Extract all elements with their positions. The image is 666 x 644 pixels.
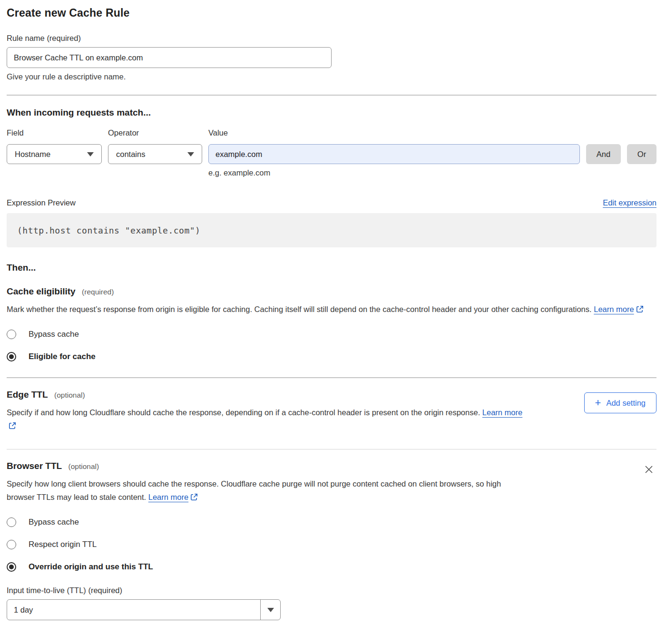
ttl-select-arrow-button[interactable]	[260, 600, 280, 620]
radio-browser-bypass-cache[interactable]: Bypass cache	[7, 517, 79, 527]
value-help: e.g. example.com	[208, 168, 580, 177]
radio-label: Eligible for cache	[29, 352, 96, 361]
ttl-select-value: 1 day	[7, 600, 260, 620]
field-label: Field	[7, 128, 102, 137]
rule-name-help: Give your rule a descriptive name.	[7, 72, 656, 81]
operator-label: Operator	[108, 128, 202, 137]
edit-expression-link[interactable]: Edit expression	[603, 198, 656, 207]
match-row: Field Operator Value Hostname contains A…	[7, 128, 656, 177]
chevron-down-icon	[267, 608, 274, 612]
radio-icon	[7, 352, 16, 361]
radio-label: Respect origin TTL	[29, 540, 97, 549]
learn-more-label: Learn more	[148, 493, 188, 501]
match-heading: When incoming requests match...	[7, 107, 656, 118]
chevron-down-icon	[87, 152, 94, 156]
cache-eligibility-learn-more-link[interactable]: Learn more	[594, 305, 643, 313]
field-select[interactable]: Hostname	[7, 144, 102, 164]
rule-name-label: Rule name (required)	[7, 34, 656, 43]
create-cache-rule-form: Create new Cache Rule Rule name (require…	[0, 0, 666, 630]
edge-ttl-title: Edge TTL	[7, 390, 48, 400]
browser-ttl-description: Specify how long client browsers should …	[7, 477, 530, 505]
expression-preview-label: Expression Preview	[7, 198, 76, 207]
remove-browser-ttl-button[interactable]	[641, 462, 656, 478]
radio-label: Bypass cache	[29, 517, 79, 527]
plus-icon: +	[595, 398, 601, 408]
cache-eligibility-description-text: Mark whether the request’s response from…	[7, 305, 592, 313]
or-button[interactable]: Or	[627, 144, 656, 164]
edge-ttl-section: Edge TTL (optional) Specify if and how l…	[7, 390, 656, 433]
and-button[interactable]: And	[586, 144, 621, 164]
cache-eligibility-required-tag: (required)	[82, 288, 114, 296]
add-setting-label: Add setting	[606, 399, 646, 408]
value-input[interactable]	[208, 144, 580, 164]
ttl-select[interactable]: 1 day	[7, 599, 281, 620]
expression-code-box: (http.host contains "example.com")	[7, 213, 656, 247]
radio-icon	[7, 330, 16, 339]
edge-ttl-description-text: Specify if and how long Cloudflare shoul…	[7, 408, 480, 417]
edit-expression-label: Edit expression	[603, 198, 656, 207]
radio-respect-origin-ttl[interactable]: Respect origin TTL	[7, 540, 97, 549]
radio-icon	[7, 517, 16, 527]
radio-icon	[7, 540, 16, 549]
cache-eligibility-header: Cache eligibility (required)	[7, 286, 656, 297]
edge-ttl-description: Specify if and how long Cloudflare shoul…	[7, 406, 530, 433]
radio-icon	[7, 562, 16, 572]
section-divider	[7, 95, 656, 96]
external-link-icon	[190, 491, 198, 505]
edge-ttl-text: Edge TTL (optional) Specify if and how l…	[7, 390, 530, 433]
learn-more-label: Learn more	[594, 305, 634, 313]
radio-label: Bypass cache	[29, 330, 79, 339]
radio-label: Override origin and use this TTL	[29, 562, 153, 572]
external-link-icon	[9, 420, 16, 433]
external-link-icon	[636, 303, 644, 317]
chevron-down-icon	[187, 152, 194, 156]
browser-ttl-optional-tag: (optional)	[69, 462, 99, 470]
then-heading: Then...	[7, 263, 656, 273]
expression-preview-row: Expression Preview Edit expression	[7, 198, 656, 207]
browser-ttl-description-text: Specify how long client browsers should …	[7, 479, 501, 501]
cache-eligibility-title: Cache eligibility	[7, 286, 76, 296]
section-divider	[7, 377, 656, 378]
browser-ttl-learn-more-link[interactable]: Learn more	[148, 493, 198, 501]
ttl-input-label: Input time-to-live (TTL) (required)	[7, 586, 656, 595]
field-select-value: Hostname	[15, 150, 50, 159]
add-setting-button[interactable]: + Add setting	[584, 392, 656, 413]
page-title: Create new Cache Rule	[7, 7, 656, 20]
browser-ttl-title: Browser TTL	[7, 461, 62, 471]
operator-select[interactable]: contains	[108, 144, 202, 164]
browser-ttl-text: Browser TTL (optional) Specify how long …	[7, 461, 530, 505]
radio-bypass-cache[interactable]: Bypass cache	[7, 330, 79, 339]
browser-ttl-section: Browser TTL (optional) Specify how long …	[7, 461, 656, 505]
rule-name-input[interactable]	[7, 47, 332, 68]
operator-select-value: contains	[116, 150, 145, 159]
edge-ttl-optional-tag: (optional)	[54, 391, 85, 399]
close-icon	[644, 465, 654, 474]
learn-more-label: Learn more	[482, 408, 522, 417]
value-label: Value	[208, 128, 580, 137]
expression-code: (http.host contains "example.com")	[17, 225, 200, 235]
radio-override-origin-ttl[interactable]: Override origin and use this TTL	[7, 562, 153, 572]
cache-eligibility-description: Mark whether the request’s response from…	[7, 302, 656, 317]
section-divider	[7, 449, 656, 449]
radio-eligible-for-cache[interactable]: Eligible for cache	[7, 352, 96, 361]
